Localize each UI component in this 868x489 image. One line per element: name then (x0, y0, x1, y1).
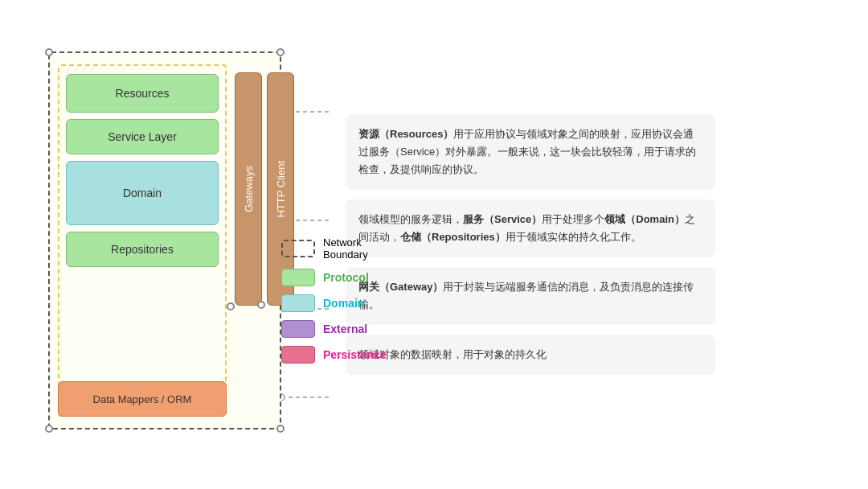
resources-title: 资源（Resources） (358, 128, 453, 140)
descriptions-panel: 资源（Resources）用于应用协议与领域对象之间的映射，应用协议会通过服务（… (330, 114, 844, 376)
service-title: 服务（Service） (463, 213, 542, 225)
resources-description: 资源（Resources）用于应用协议与领域对象之间的映射，应用协议会通过服务（… (346, 114, 715, 190)
service-description: 领域模型的服务逻辑，服务（Service）用于处理多个领域（Domain）之间活… (346, 199, 715, 257)
legend: Network Boundary Protocol Domain Externa… (281, 236, 387, 364)
service-layer: Service Layer (66, 119, 219, 154)
legend-network-label: Network Boundary (323, 236, 387, 261)
architecture-diagram: Resources Service Layer Domain Repositor… (24, 27, 330, 462)
gateways-label: Gateways (243, 166, 255, 212)
domain-title: 领域（Domain） (604, 213, 685, 225)
gateway-connector-dot-top (227, 302, 235, 310)
repositories-title: 仓储（Repositories） (400, 231, 506, 243)
corner-dot-tr (276, 48, 285, 56)
legend-domain-icon (281, 294, 315, 312)
resources-layer: Resources (66, 74, 219, 113)
legend-persistence-label: Persistence (323, 348, 387, 361)
legend-domain-label: Domain (323, 297, 364, 310)
legend-domain: Domain (281, 294, 387, 312)
gateway-description: 网关（Gateway）用于封装与远端服务通信的消息，及负责消息的连接传输。 (346, 267, 715, 325)
legend-network-boundary: Network Boundary (281, 236, 387, 261)
domain-layer: Domain (66, 161, 219, 225)
orm-description: 领域对象的数据映射，用于对象的持久化 (346, 335, 715, 375)
inner-layers-box: Resources Service Layer Domain Repositor… (58, 64, 227, 417)
legend-persistence-icon (281, 346, 315, 364)
legend-protocol-icon (281, 269, 315, 286)
corner-dot-br (276, 425, 285, 433)
outer-boundary-box: Resources Service Layer Domain Repositor… (48, 51, 281, 429)
legend-protocol-label: Protocol (323, 271, 369, 284)
http-client-label: HTTP Client (275, 161, 287, 218)
http-connector-dot (257, 301, 265, 309)
repositories-layer: Repositories (66, 232, 219, 267)
corner-dot-tl (45, 48, 53, 56)
legend-external-icon (281, 320, 315, 338)
corner-dot-bl (45, 425, 53, 433)
gateways-block: Gateways (235, 72, 262, 306)
legend-protocol: Protocol (281, 269, 387, 286)
orm-layer: Data Mappers / ORM (58, 381, 227, 417)
legend-persistence: Persistence (281, 346, 387, 364)
main-container: Resources Service Layer Domain Repositor… (24, 15, 844, 474)
legend-network-icon (281, 240, 315, 257)
legend-external: External (281, 320, 387, 338)
legend-external-label: External (323, 323, 367, 335)
